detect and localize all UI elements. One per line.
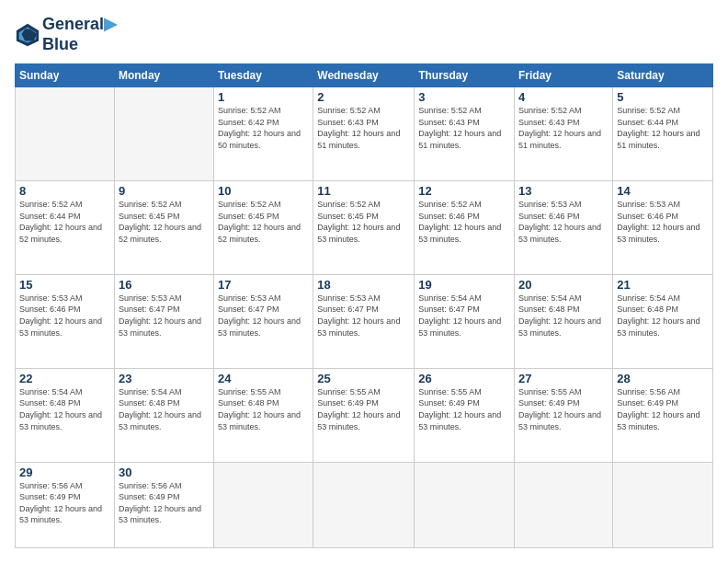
calendar-cell: 12Sunrise: 5:52 AMSunset: 6:46 PMDayligh… — [415, 181, 515, 275]
day-info: Sunrise: 5:54 AMSunset: 6:48 PMDaylight:… — [518, 293, 609, 339]
day-number: 1 — [218, 90, 309, 104]
calendar-cell: 17Sunrise: 5:53 AMSunset: 6:47 PMDayligh… — [214, 274, 313, 368]
day-info: Sunrise: 5:52 AMSunset: 6:45 PMDaylight:… — [317, 199, 410, 245]
day-number: 22 — [19, 372, 110, 385]
day-info: Sunrise: 5:54 AMSunset: 6:48 PMDaylight:… — [119, 386, 210, 432]
day-info: Sunrise: 5:54 AMSunset: 6:47 PMDaylight:… — [418, 293, 510, 339]
day-number: 3 — [418, 90, 510, 104]
calendar-cell: 11Sunrise: 5:52 AMSunset: 6:45 PMDayligh… — [313, 181, 415, 275]
day-info: Sunrise: 5:55 AMSunset: 6:49 PMDaylight:… — [317, 386, 410, 432]
calendar-cell: 21Sunrise: 5:54 AMSunset: 6:48 PMDayligh… — [613, 274, 713, 368]
weekday-header-thursday: Thursday — [415, 64, 515, 87]
day-info: Sunrise: 5:53 AMSunset: 6:46 PMDaylight:… — [19, 293, 110, 339]
day-number: 11 — [317, 184, 410, 198]
day-info: Sunrise: 5:56 AMSunset: 6:49 PMDaylight:… — [617, 386, 709, 432]
day-number: 24 — [218, 372, 309, 385]
calendar-cell: 13Sunrise: 5:53 AMSunset: 6:46 PMDayligh… — [515, 181, 613, 275]
day-number: 8 — [19, 184, 110, 198]
calendar-cell: 8Sunrise: 5:52 AMSunset: 6:44 PMDaylight… — [16, 181, 115, 275]
day-number: 19 — [418, 278, 510, 292]
day-info: Sunrise: 5:54 AMSunset: 6:48 PMDaylight:… — [617, 293, 709, 339]
day-number: 17 — [218, 278, 309, 292]
day-info: Sunrise: 5:52 AMSunset: 6:44 PMDaylight:… — [19, 199, 110, 245]
weekday-header-wednesday: Wednesday — [313, 64, 415, 87]
day-info: Sunrise: 5:52 AMSunset: 6:43 PMDaylight:… — [518, 105, 609, 151]
calendar-cell: 16Sunrise: 5:53 AMSunset: 6:47 PMDayligh… — [114, 274, 213, 368]
calendar-cell: 26Sunrise: 5:55 AMSunset: 6:49 PMDayligh… — [415, 368, 515, 462]
day-info: Sunrise: 5:55 AMSunset: 6:49 PMDaylight:… — [518, 386, 609, 432]
day-info: Sunrise: 5:53 AMSunset: 6:47 PMDaylight:… — [317, 293, 410, 339]
calendar-cell: 2Sunrise: 5:52 AMSunset: 6:43 PMDaylight… — [313, 87, 415, 181]
page: General▶ Blue SundayMondayTuesdayWednesd… — [0, 0, 728, 563]
day-number: 21 — [617, 278, 709, 292]
day-number: 10 — [218, 184, 309, 198]
day-number: 27 — [518, 372, 609, 385]
weekday-header-row: SundayMondayTuesdayWednesdayThursdayFrid… — [16, 64, 713, 87]
calendar-cell: 28Sunrise: 5:56 AMSunset: 6:49 PMDayligh… — [613, 368, 713, 462]
day-info: Sunrise: 5:53 AMSunset: 6:46 PMDaylight:… — [518, 199, 609, 245]
calendar-cell: 25Sunrise: 5:55 AMSunset: 6:49 PMDayligh… — [313, 368, 415, 462]
logo: General▶ Blue — [15, 15, 117, 54]
calendar-cell — [214, 462, 313, 547]
calendar-cell: 3Sunrise: 5:52 AMSunset: 6:43 PMDaylight… — [415, 87, 515, 181]
weekday-header-monday: Monday — [114, 64, 213, 87]
logo-icon — [15, 22, 40, 48]
day-info: Sunrise: 5:52 AMSunset: 6:43 PMDaylight:… — [317, 105, 410, 151]
calendar-cell: 1Sunrise: 5:52 AMSunset: 6:42 PMDaylight… — [214, 87, 313, 181]
day-number: 26 — [418, 372, 510, 385]
day-info: Sunrise: 5:55 AMSunset: 6:49 PMDaylight:… — [418, 386, 510, 432]
calendar-cell: 20Sunrise: 5:54 AMSunset: 6:48 PMDayligh… — [515, 274, 613, 368]
calendar-cell: 9Sunrise: 5:52 AMSunset: 6:45 PMDaylight… — [114, 181, 213, 275]
header: General▶ Blue — [15, 15, 713, 54]
weekday-header-tuesday: Tuesday — [214, 64, 313, 87]
calendar-table: SundayMondayTuesdayWednesdayThursdayFrid… — [15, 63, 713, 548]
day-number: 4 — [518, 90, 609, 104]
calendar-cell — [313, 462, 415, 547]
calendar-cell: 15Sunrise: 5:53 AMSunset: 6:46 PMDayligh… — [16, 274, 115, 368]
day-number: 12 — [418, 184, 510, 198]
day-number: 25 — [317, 372, 410, 385]
calendar-cell — [515, 462, 613, 547]
logo-text: General▶ Blue — [42, 15, 117, 54]
day-info: Sunrise: 5:52 AMSunset: 6:44 PMDaylight:… — [617, 105, 709, 151]
day-number: 18 — [317, 278, 410, 292]
day-number: 29 — [19, 465, 110, 479]
calendar-cell — [16, 87, 115, 181]
calendar-cell: 18Sunrise: 5:53 AMSunset: 6:47 PMDayligh… — [313, 274, 415, 368]
week-row-2: 8Sunrise: 5:52 AMSunset: 6:44 PMDaylight… — [16, 181, 713, 275]
day-number: 23 — [119, 372, 210, 385]
day-info: Sunrise: 5:53 AMSunset: 6:47 PMDaylight:… — [218, 293, 309, 339]
day-number: 2 — [317, 90, 410, 104]
day-info: Sunrise: 5:53 AMSunset: 6:47 PMDaylight:… — [119, 293, 210, 339]
calendar-cell: 10Sunrise: 5:52 AMSunset: 6:45 PMDayligh… — [214, 181, 313, 275]
day-info: Sunrise: 5:56 AMSunset: 6:49 PMDaylight:… — [119, 480, 210, 526]
calendar-cell: 23Sunrise: 5:54 AMSunset: 6:48 PMDayligh… — [114, 368, 213, 462]
day-info: Sunrise: 5:52 AMSunset: 6:46 PMDaylight:… — [418, 199, 510, 245]
day-number: 16 — [119, 278, 210, 292]
calendar-cell: 4Sunrise: 5:52 AMSunset: 6:43 PMDaylight… — [515, 87, 613, 181]
calendar-cell: 19Sunrise: 5:54 AMSunset: 6:47 PMDayligh… — [415, 274, 515, 368]
day-info: Sunrise: 5:55 AMSunset: 6:48 PMDaylight:… — [218, 386, 309, 432]
calendar-cell — [114, 87, 213, 181]
calendar-cell: 24Sunrise: 5:55 AMSunset: 6:48 PMDayligh… — [214, 368, 313, 462]
calendar-cell: 14Sunrise: 5:53 AMSunset: 6:46 PMDayligh… — [613, 181, 713, 275]
calendar-cell: 5Sunrise: 5:52 AMSunset: 6:44 PMDaylight… — [613, 87, 713, 181]
calendar-cell: 22Sunrise: 5:54 AMSunset: 6:48 PMDayligh… — [16, 368, 115, 462]
week-row-5: 29Sunrise: 5:56 AMSunset: 6:49 PMDayligh… — [16, 462, 713, 547]
week-row-3: 15Sunrise: 5:53 AMSunset: 6:46 PMDayligh… — [16, 274, 713, 368]
calendar-cell — [613, 462, 713, 547]
week-row-1: 1Sunrise: 5:52 AMSunset: 6:42 PMDaylight… — [16, 87, 713, 181]
week-row-4: 22Sunrise: 5:54 AMSunset: 6:48 PMDayligh… — [16, 368, 713, 462]
day-number: 14 — [617, 184, 709, 198]
day-number: 28 — [617, 372, 709, 385]
day-number: 13 — [518, 184, 609, 198]
day-number: 30 — [119, 465, 210, 479]
day-number: 15 — [19, 278, 110, 292]
weekday-header-sunday: Sunday — [16, 64, 115, 87]
day-info: Sunrise: 5:52 AMSunset: 6:43 PMDaylight:… — [418, 105, 510, 151]
weekday-header-saturday: Saturday — [613, 64, 713, 87]
day-info: Sunrise: 5:52 AMSunset: 6:42 PMDaylight:… — [218, 105, 309, 151]
calendar-cell: 30Sunrise: 5:56 AMSunset: 6:49 PMDayligh… — [114, 462, 213, 547]
day-info: Sunrise: 5:56 AMSunset: 6:49 PMDaylight:… — [19, 480, 110, 526]
day-info: Sunrise: 5:53 AMSunset: 6:46 PMDaylight:… — [617, 199, 709, 245]
